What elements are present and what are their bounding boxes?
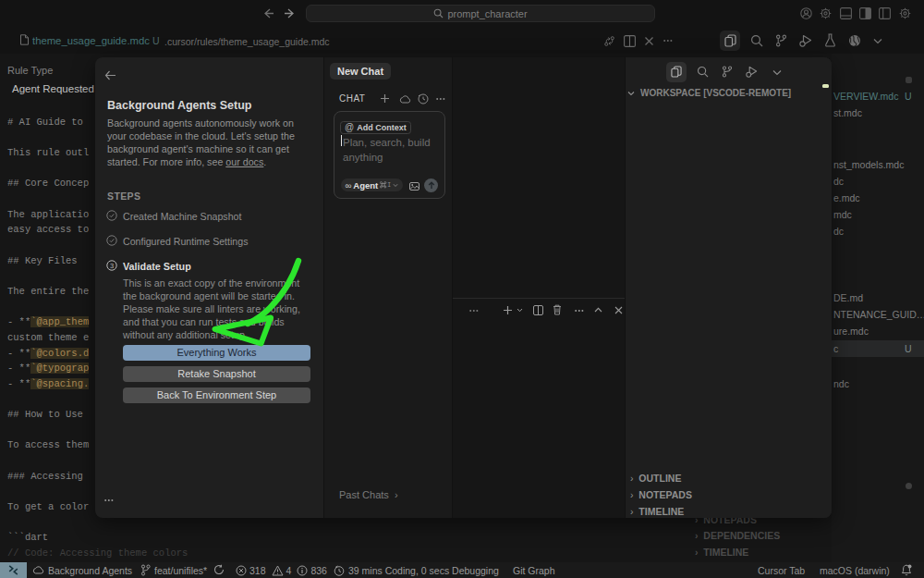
svg-text:3: 3 [110,262,114,270]
svg-text:I: I [387,182,391,189]
